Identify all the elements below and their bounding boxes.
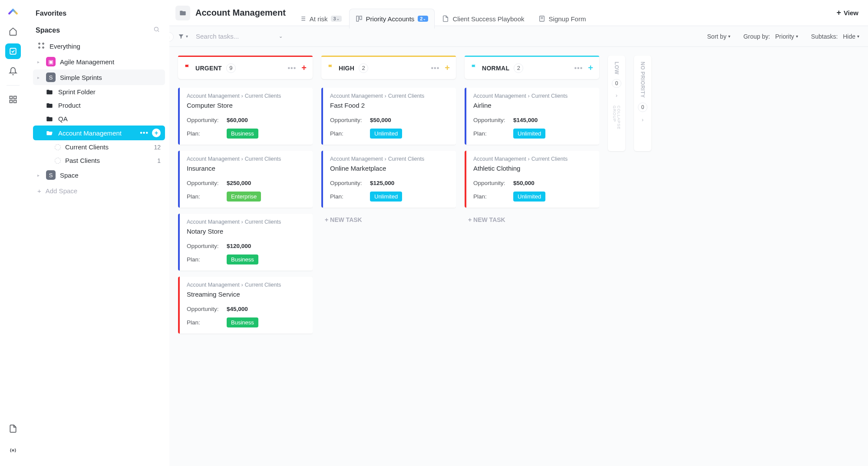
rail-tasks-icon[interactable] [5,43,21,59]
breadcrumb: Account Management›Current Clients [187,282,306,288]
column-urgent: URGENT9•••+Account Management›Current Cl… [178,56,313,342]
page-title: Account Management [195,8,286,18]
space-icon: S [46,73,56,82]
task-card[interactable]: Account Management›Current ClientsAthlet… [465,151,599,208]
sort-by-button[interactable]: Sort by▾ [707,33,730,40]
svg-point-10 [43,47,44,48]
column-header: HIGH2•••+ [321,56,456,79]
topbar: Account Management At risk3⌄Priority Acc… [169,0,868,26]
collapsed-column-no-priority[interactable]: NO PRIORITY0› [634,56,651,151]
chevron-icon: › [616,92,617,99]
new-task-button[interactable]: + NEW TASK [465,214,599,226]
add-task-button[interactable]: + [445,63,450,73]
list-icon [55,158,61,164]
count-badge: 2 [359,63,368,73]
folder-icon [46,129,54,136]
flag-icon [184,64,191,73]
sidebar-item-space[interactable]: ▸SSpace [33,167,165,183]
breadcrumb: Account Management›Current Clients [187,156,306,162]
new-task-button[interactable]: + NEW TASK [321,214,456,226]
spaces-header: Spaces [30,22,165,39]
list-icon [299,15,306,22]
add-view-button[interactable]: + View [833,8,862,17]
task-card[interactable]: Account Management›Current ClientsComput… [178,88,313,145]
board-icon [356,15,363,22]
plan-tag: Unlimited [513,129,545,139]
doc-icon [442,15,449,22]
space-icon: ▣ [46,57,56,66]
main-area: Account Management At risk3⌄Priority Acc… [169,0,868,466]
task-card[interactable]: Account Management›Current ClientsInsura… [178,151,313,208]
rail-broadcast-icon[interactable] [5,443,21,458]
card-title: Online Marketplace [330,165,449,172]
sidebar-item-past-clients[interactable]: Past Clients1 [42,154,165,167]
rail-home-icon[interactable] [5,23,21,39]
favorites-header[interactable]: Favorites [30,5,165,22]
left-rail [0,0,26,466]
subtasks-button[interactable]: Subtasks: Hide ▾ [811,33,859,40]
app-logo[interactable] [7,5,19,19]
chevron-icon: ▸ [37,173,42,178]
plan-tag: Unlimited [513,192,545,202]
svg-rect-17 [356,16,359,21]
group-by-button[interactable]: Group by: Priority ▾ [743,33,798,40]
folder-icon[interactable] [175,6,190,20]
rail-dashboards-icon[interactable] [5,92,21,107]
list-icon [55,144,61,150]
svg-rect-18 [360,16,362,20]
task-card[interactable]: Account Management›Current ClientsNotary… [178,214,313,271]
everything-icon [37,42,45,51]
task-card[interactable]: Account Management›Current ClientsAirlin… [465,88,599,145]
more-icon[interactable]: ••• [431,64,440,72]
sidebar-item-account-management[interactable]: Account Management•••+ [33,126,165,140]
count-badge: 2 [514,63,523,73]
svg-rect-1 [10,96,13,99]
folder-icon [46,102,54,109]
more-icon[interactable]: ••• [288,64,297,72]
task-card[interactable]: Account Management›Current ClientsOnline… [321,151,456,208]
task-card[interactable]: Account Management›Current ClientsFast F… [321,88,456,145]
column-normal: NORMAL2•••+Account Management›Current Cl… [465,56,599,235]
sidebar-item-simple-sprints[interactable]: ▸SSimple Sprints [33,69,165,85]
sidebar-item-agile-management[interactable]: ▸▣Agile Management [33,54,165,69]
add-icon[interactable]: + [152,129,161,137]
search-input[interactable]: Search tasks... ⌄ [196,33,283,40]
card-title: Athletic Clothing [473,165,592,172]
badge: 2⌄ [418,16,428,22]
svg-point-6 [155,27,158,31]
breadcrumb: Account Management›Current Clients [473,93,592,99]
breadcrumb: Account Management›Current Clients [330,156,449,162]
plan-tag: Business [227,254,258,264]
plan-tag: Unlimited [370,129,402,139]
sidebar-item-current-clients[interactable]: Current Clients12 [42,140,165,154]
kanban-board: URGENT9•••+Account Management›Current Cl… [169,47,868,466]
plan-tag: Enterprise [227,192,261,202]
add-space-button[interactable]: + Add Space [30,183,165,199]
plus-icon: + [37,187,41,195]
svg-rect-4 [14,100,17,103]
form-icon [538,15,545,22]
sidebar-item-sprint-folder[interactable]: Sprint Folder [33,85,165,99]
plus-icon: + [837,8,842,17]
add-task-button[interactable]: + [588,63,593,73]
card-title: Computer Store [187,102,306,109]
more-icon[interactable]: ••• [140,129,149,137]
collapsed-column-low[interactable]: LOW0›COLLAPSE GROUP [608,56,625,151]
more-icon[interactable]: ••• [574,64,583,72]
svg-point-9 [39,47,40,48]
add-task-button[interactable]: + [301,63,307,73]
toolbar: ‹ ▾ Search tasks... ⌄ Sort by▾ Group by:… [169,26,868,47]
task-card[interactable]: Account Management›Current ClientsStream… [178,277,313,334]
sidebar: Favorites Spaces Everything ▸▣Agile Mana… [26,0,169,466]
search-icon[interactable] [153,26,160,34]
sidebar-item-qa[interactable]: QA [33,112,165,126]
rail-docs-icon[interactable] [5,421,21,436]
plan-tag: Unlimited [370,192,402,202]
badge: 3⌄ [331,16,341,22]
sidebar-item-product[interactable]: Product [33,99,165,112]
rail-notifications-icon[interactable] [5,63,21,79]
chevron-icon: ▸ [37,75,42,80]
sidebar-everything[interactable]: Everything [33,39,165,54]
card-title: Airline [473,102,592,109]
filter-button[interactable]: ▾ [178,33,188,40]
